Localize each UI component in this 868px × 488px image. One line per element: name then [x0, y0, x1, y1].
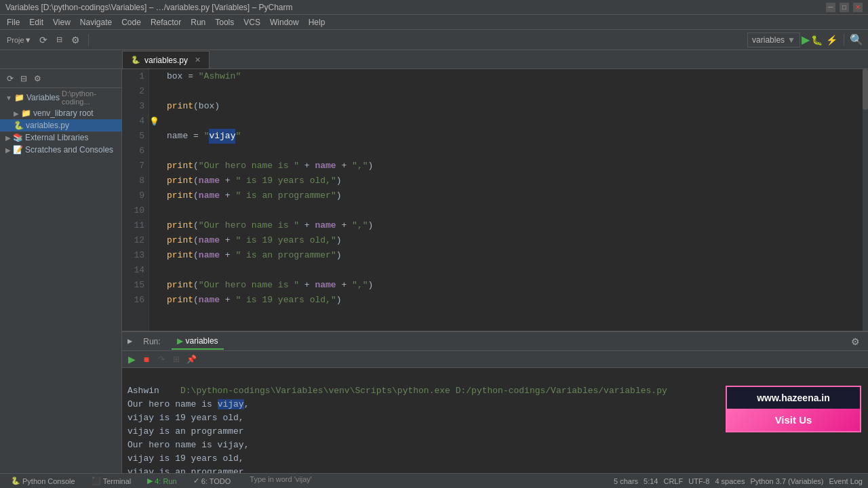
settings-btn[interactable]: ⚙ — [68, 33, 83, 47]
menu-file[interactable]: File — [3, 16, 24, 28]
step-over-btn[interactable]: ↷ — [155, 352, 168, 366]
sync-btn[interactable]: ⟳ — [36, 33, 51, 47]
stop-btn[interactable]: ■ — [140, 352, 153, 366]
menu-vcs[interactable]: VCS — [239, 16, 264, 28]
collapse-btn[interactable]: ⊟ — [52, 33, 67, 47]
line-num-15: 15 — [126, 278, 144, 293]
menu-code[interactable]: Code — [117, 16, 145, 28]
minimize-button[interactable]: ─ — [826, 3, 835, 12]
code-token: ( — [193, 278, 199, 293]
sidebar-item-external-libs[interactable]: ▶ 📚 External Libraries — [0, 131, 121, 144]
bottom-tab-python-console[interactable]: 🐍 Python Console — [5, 475, 81, 487]
gutter: 💡 — [149, 69, 161, 331]
coverage-btn[interactable]: ⚡ — [824, 33, 839, 47]
menu-refactor[interactable]: Refactor — [146, 16, 185, 28]
run-button[interactable]: ▶ — [802, 33, 810, 46]
run-panel-header: ▶ Run: ▶ variables ⚙ — [122, 332, 868, 351]
code-token: print — [167, 248, 193, 263]
arrow-icon: ▼ — [5, 94, 12, 102]
search-everywhere-btn[interactable]: 🔍 — [849, 33, 864, 47]
code-token: "Ashwin" — [199, 69, 241, 84]
venv-icon: 📁 — [21, 108, 31, 118]
code-token: + — [299, 218, 315, 233]
project-dropdown-btn[interactable]: Proje▼ — [4, 33, 35, 47]
run-config-dropdown[interactable]: variables ▼ — [747, 33, 800, 47]
run-config-label: variables — [752, 35, 785, 45]
code-editor[interactable]: 1 2 3 4 5 6 7 8 9 10 11 12 13 14 15 16 — [122, 69, 868, 331]
status-chars: 5 chars — [614, 477, 638, 485]
code-token: + — [220, 293, 235, 308]
menu-run[interactable]: Run — [186, 16, 210, 28]
sidebar-collapse-btn[interactable]: ⊟ — [18, 73, 30, 85]
status-python-version[interactable]: Python 3.7 (Variables) — [750, 477, 823, 485]
sidebar-sync-btn[interactable]: ⟳ — [4, 73, 16, 85]
code-token: + — [220, 233, 235, 248]
code-line-8: print (name + " is 19 years old,") — [167, 174, 857, 188]
run-icon: ▶ — [127, 336, 132, 346]
status-indent[interactable]: 4 spaces — [715, 477, 745, 485]
run-icon: ▶ — [147, 476, 153, 485]
titlebar-controls: ─ □ ✕ — [826, 3, 863, 12]
menu-help[interactable]: Help — [304, 16, 330, 28]
close-button[interactable]: ✕ — [853, 3, 863, 12]
code-token: name — [167, 129, 188, 144]
toolbar: Proje▼ ⟳ ⊟ ⚙ variables ▼ ▶ 🐛 ⚡ 🔍 — [0, 30, 868, 50]
arrow-icon: ▶ — [5, 134, 11, 142]
bottom-tab-run[interactable]: ▶ 4: Run — [142, 475, 182, 487]
code-token: name — [315, 278, 336, 293]
maximize-button[interactable]: □ — [840, 3, 849, 12]
menu-edit[interactable]: Edit — [25, 16, 47, 28]
code-area: 1 2 3 4 5 6 7 8 9 10 11 12 13 14 15 16 — [122, 69, 868, 331]
run-panel-settings-btn[interactable]: ⚙ — [848, 334, 863, 349]
code-token: box — [199, 99, 214, 114]
scratches-icon: 📝 — [13, 145, 23, 155]
sidebar-settings-btn[interactable]: ⚙ — [31, 73, 43, 85]
code-line-14 — [167, 263, 857, 278]
pin-btn[interactable]: 📌 — [184, 352, 198, 366]
tab-close-icon[interactable]: ✕ — [195, 56, 201, 64]
line-num-5: 5 — [126, 129, 144, 144]
project-toolbar: Proje▼ ⟳ ⊟ ⚙ — [4, 33, 83, 47]
line-num-4: 4 — [126, 114, 144, 129]
menu-window[interactable]: Window — [266, 16, 303, 28]
code-token: " — [204, 129, 210, 144]
code-token: "Our hero name is " — [199, 278, 299, 293]
run-panel-tab-variables[interactable]: ▶ variables — [172, 333, 224, 350]
code-token: name — [315, 218, 336, 233]
sidebar-item-scratches[interactable]: ▶ 📝 Scratches and Consoles — [0, 144, 121, 156]
bottom-tab-todo[interactable]: ✓ 6: TODO — [188, 475, 237, 487]
sidebar-item-variables[interactable]: ▼ 📁 Variables D:\python-coding... — [0, 88, 121, 107]
status-crlf[interactable]: CRLF — [663, 477, 683, 485]
sidebar-item-variables-py[interactable]: 🐍 variables.py — [0, 119, 121, 131]
code-token: ( — [193, 248, 199, 263]
editor-scrollbar[interactable] — [863, 69, 868, 331]
menu-navigate[interactable]: Navigate — [76, 16, 116, 28]
bottom-tab-terminal[interactable]: ⬛ Terminal — [86, 475, 137, 487]
menu-tools[interactable]: Tools — [211, 16, 238, 28]
code-content[interactable]: box = "Ashwin" print ( box ) — [161, 69, 863, 331]
code-line-5: name = "vijay" — [167, 129, 857, 144]
toolbar-sep-2 — [844, 34, 844, 46]
menu-view[interactable]: View — [49, 16, 75, 28]
tab-variables-py[interactable]: 🐍 variables.py ✕ — [122, 51, 210, 68]
debug-button[interactable]: 🐛 — [811, 35, 823, 45]
status-encoding[interactable]: UTF-8 — [688, 477, 709, 485]
code-line-13: print (name + " is an programmer") — [167, 248, 857, 263]
line-num-10: 10 — [126, 203, 144, 218]
code-line-7: print ("Our hero name is " + name + ",") — [167, 159, 857, 174]
tab-label: variables.py — [144, 56, 188, 65]
sidebar-item-venv[interactable]: ▶ 📁 venv_library root — [0, 107, 121, 119]
run-panel-tab-run[interactable]: Run: — [138, 334, 165, 349]
code-token: " is 19 years old," — [235, 174, 336, 188]
code-token: "Our hero name is " — [199, 159, 299, 174]
toolbar-sep-1 — [88, 34, 89, 46]
ad-visit-button[interactable]: Visit Us — [727, 409, 860, 431]
status-event-log[interactable]: Event Log — [829, 477, 863, 485]
sidebar: ⟳ ⊟ ⚙ ▼ 📁 Variables D:\python-coding... … — [0, 69, 122, 473]
code-line-16: print (name + " is 19 years old,") — [167, 293, 857, 308]
restore-layout-btn[interactable]: ⊞ — [170, 352, 183, 366]
rerun-btn[interactable]: ▶ — [125, 352, 138, 366]
run-tab-label: Run: — [143, 337, 160, 346]
scrollbar-thumb[interactable] — [863, 69, 868, 110]
statusbar-left: 🐍 Python Console ⬛ Terminal ▶ 4: Run ✓ 6… — [5, 475, 608, 487]
